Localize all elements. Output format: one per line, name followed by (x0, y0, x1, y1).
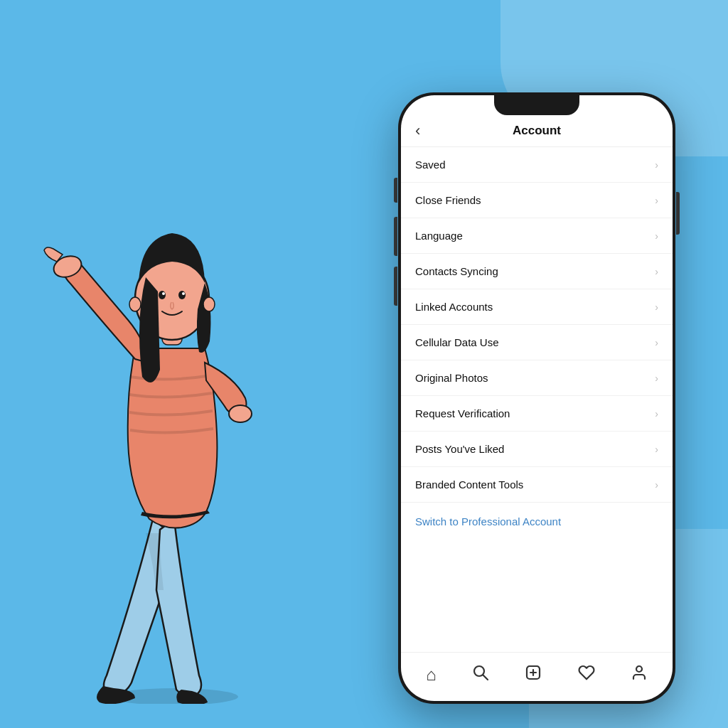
menu-item-original-photos[interactable]: Original Photos › (401, 360, 673, 396)
svg-point-7 (162, 292, 165, 295)
menu-item-request-verification[interactable]: Request Verification › (401, 396, 673, 432)
svg-point-5 (159, 291, 166, 299)
phone-mute-button (394, 178, 397, 203)
phone-volume-down-button (394, 267, 397, 306)
phone-frame: ‹ Account Saved › Close Friends › Langua… (398, 92, 675, 704)
menu-item-label: Language (415, 230, 463, 242)
back-button[interactable]: ‹ (415, 122, 420, 140)
menu-list: Saved › Close Friends › Language › Conta… (401, 147, 673, 652)
svg-point-16 (636, 666, 642, 672)
menu-item-label: Original Photos (415, 372, 488, 384)
tab-home-icon[interactable]: ⌂ (419, 662, 444, 687)
chevron-right-icon: › (655, 408, 658, 419)
menu-item-label: Contacts Syncing (415, 265, 498, 277)
character-illustration (43, 121, 306, 704)
nav-header: ‹ Account (401, 115, 673, 147)
chevron-right-icon: › (655, 301, 658, 313)
chevron-right-icon: › (655, 230, 658, 242)
tab-add-icon[interactable] (518, 661, 549, 688)
chevron-right-icon: › (655, 266, 658, 277)
phone-screen: ‹ Account Saved › Close Friends › Langua… (401, 95, 673, 701)
tab-heart-icon[interactable] (571, 661, 602, 688)
menu-item-label: Branded Content Tools (415, 478, 523, 491)
chevron-right-icon: › (655, 479, 658, 491)
chevron-right-icon: › (655, 337, 658, 348)
svg-point-6 (178, 291, 186, 299)
menu-item-label: Linked Accounts (415, 301, 493, 313)
menu-item-close-friends[interactable]: Close Friends › (401, 183, 673, 218)
menu-item-contacts-syncing[interactable]: Contacts Syncing › (401, 254, 673, 289)
chevron-right-icon: › (655, 159, 658, 171)
menu-item-linked-accounts[interactable]: Linked Accounts › (401, 289, 673, 325)
chevron-right-icon: › (655, 444, 658, 455)
menu-item-branded-content[interactable]: Branded Content Tools › (401, 467, 673, 503)
phone-device: ‹ Account Saved › Close Friends › Langua… (398, 92, 675, 704)
menu-item-label: Cellular Data Use (415, 336, 499, 348)
switch-professional-button[interactable]: Switch to Professional Account (401, 503, 673, 540)
menu-item-label: Posts You've Liked (415, 443, 504, 455)
tab-search-icon[interactable] (465, 661, 496, 688)
svg-point-9 (129, 297, 141, 311)
tab-profile-icon[interactable] (623, 661, 655, 688)
menu-item-cellular-data[interactable]: Cellular Data Use › (401, 325, 673, 360)
scene: ‹ Account Saved › Close Friends › Langua… (21, 36, 704, 704)
phone-notch (494, 95, 579, 115)
chevron-right-icon: › (655, 373, 658, 384)
menu-item-label: Request Verification (415, 407, 510, 419)
menu-item-language[interactable]: Language › (401, 218, 673, 254)
page-title: Account (513, 124, 561, 138)
chevron-right-icon: › (655, 195, 658, 206)
tab-bar: ⌂ (401, 652, 673, 701)
svg-point-2 (229, 405, 252, 422)
menu-item-saved[interactable]: Saved › (401, 147, 673, 183)
menu-item-label: Close Friends (415, 194, 481, 206)
svg-point-10 (203, 297, 215, 311)
svg-line-12 (483, 675, 488, 680)
svg-point-8 (182, 292, 185, 295)
phone-volume-up-button (394, 217, 397, 256)
phone-power-button (676, 192, 680, 235)
menu-item-posts-liked[interactable]: Posts You've Liked › (401, 432, 673, 467)
menu-item-label: Saved (415, 159, 446, 171)
